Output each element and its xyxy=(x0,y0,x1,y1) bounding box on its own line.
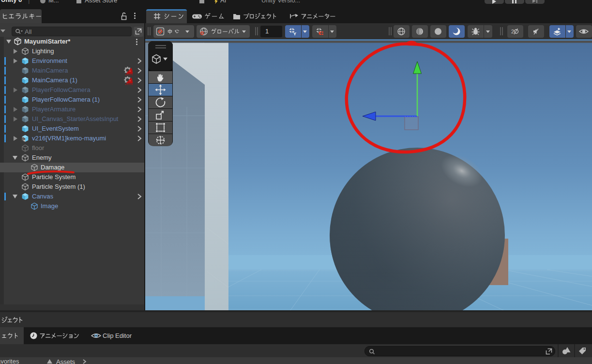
svg-text:2: 2 xyxy=(511,29,514,34)
svg-text:Y: Y xyxy=(293,31,296,36)
